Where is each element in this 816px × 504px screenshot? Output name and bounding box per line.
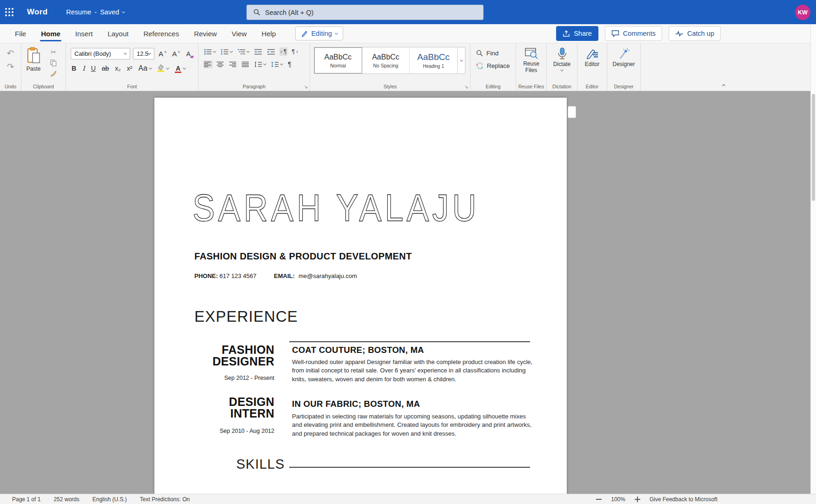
- clear-formatting-button[interactable]: A: [185, 49, 192, 59]
- phone-label: PHONE:: [194, 272, 218, 279]
- bold-button[interactable]: B: [72, 65, 76, 72]
- tab-insert[interactable]: Insert: [68, 25, 100, 42]
- change-case-button[interactable]: Aa: [138, 64, 152, 73]
- dictate-button[interactable]: Dictate: [547, 43, 577, 72]
- collapse-ribbon-button[interactable]: [722, 84, 725, 87]
- subscript-button[interactable]: x₂: [115, 65, 120, 72]
- app-launcher-button[interactable]: [0, 0, 19, 24]
- style-normal[interactable]: AaBbCc Normal: [314, 47, 362, 73]
- style-no-spacing[interactable]: AaBbCc No Spacing: [362, 47, 410, 73]
- document-title-cluster[interactable]: Resume - Saved: [66, 8, 125, 16]
- paste-button[interactable]: Paste: [21, 47, 46, 77]
- grow-font-button[interactable]: A˄: [157, 49, 168, 59]
- microphone-icon: [556, 47, 569, 60]
- comments-button[interactable]: Comments: [605, 26, 662, 41]
- font-name-select[interactable]: Calibri (Body): [71, 48, 130, 60]
- decrease-indent-button[interactable]: [253, 48, 263, 56]
- tab-home[interactable]: Home: [33, 25, 68, 42]
- zoom-in-button[interactable]: [635, 497, 640, 502]
- tab-file[interactable]: File: [7, 25, 33, 42]
- style-heading-1[interactable]: AaBbCc Heading 1: [410, 47, 458, 73]
- editor-button[interactable]: Editor: [577, 43, 607, 68]
- share-label: Share: [574, 30, 592, 37]
- replace-button[interactable]: b c Replace: [476, 62, 516, 69]
- search-input[interactable]: [265, 9, 460, 16]
- copy-button[interactable]: [50, 60, 57, 66]
- strikethrough-button[interactable]: ab: [102, 65, 109, 72]
- vertical-scrollbar[interactable]: [810, 24, 816, 494]
- language-indicator[interactable]: English (U.S.): [93, 496, 127, 503]
- save-status[interactable]: Saved: [100, 8, 119, 16]
- undo-button[interactable]: ↶: [7, 49, 14, 58]
- style-name: No Spacing: [373, 63, 398, 68]
- increase-indent-button[interactable]: [266, 48, 276, 56]
- feedback-link[interactable]: Give Feedback to Microsoft: [650, 496, 717, 503]
- redo-button[interactable]: ↷: [7, 62, 14, 71]
- editor-group: Editor Editor: [577, 43, 607, 91]
- margin-comment-button[interactable]: [568, 106, 576, 118]
- document-canvas[interactable]: SARAH YALAJU FASHION DESIGN & PRODUCT DE…: [0, 91, 816, 494]
- text-highlight-button[interactable]: [158, 65, 169, 72]
- editing-mode-button[interactable]: Editing: [295, 27, 343, 40]
- cut-button[interactable]: ✂: [51, 48, 56, 56]
- scissors-icon: ✂: [51, 48, 56, 56]
- right-to-left-button[interactable]: ¶‹: [291, 47, 299, 56]
- grow-font-glyph: A: [159, 50, 163, 58]
- paragraph-spacing-button[interactable]: [270, 60, 284, 68]
- group-label-undo: Undo: [0, 84, 21, 89]
- editor-pencil-icon: [586, 47, 599, 60]
- tab-help[interactable]: Help: [254, 25, 284, 42]
- job-title-2: DESIGN INTERN: [182, 396, 274, 419]
- numbered-list-button[interactable]: [220, 48, 233, 56]
- scrollbar-thumb[interactable]: [812, 94, 815, 201]
- app-name[interactable]: Word: [27, 7, 47, 17]
- underline-button[interactable]: U: [91, 65, 96, 72]
- job-company-1: COAT COUTURE; BOSTON, MA: [292, 345, 424, 355]
- show-formatting-button[interactable]: ¶: [287, 60, 292, 69]
- zoom-level[interactable]: 100%: [611, 496, 625, 503]
- left-to-right-button[interactable]: ›¶: [279, 47, 287, 56]
- style-preview: AaBbCc: [417, 52, 450, 62]
- designer-button[interactable]: Designer: [607, 43, 640, 68]
- shrink-font-glyph: A: [172, 50, 177, 58]
- share-button[interactable]: Share: [556, 26, 598, 41]
- document-name[interactable]: Resume: [66, 8, 91, 16]
- document-page[interactable]: SARAH YALAJU FASHION DESIGN & PRODUCT DE…: [154, 98, 567, 494]
- svg-text:c: c: [481, 66, 483, 69]
- activity-pulse-icon: [675, 30, 683, 37]
- align-center-button[interactable]: [216, 60, 225, 68]
- job-description-1: Well-rounded outer apparel Designer fami…: [292, 358, 533, 384]
- catch-up-button[interactable]: Catch up: [669, 26, 721, 41]
- font-size-select[interactable]: 12.5: [133, 48, 154, 60]
- align-right-button[interactable]: [228, 60, 238, 68]
- multilevel-list-button[interactable]: [237, 48, 250, 56]
- avatar[interactable]: KW: [795, 5, 810, 20]
- styles-gallery-expand[interactable]: [458, 47, 465, 73]
- superscript-button[interactable]: x²: [127, 65, 133, 72]
- pencil-icon: [301, 30, 308, 37]
- tab-review[interactable]: Review: [186, 25, 224, 42]
- editor-label: Editor: [585, 61, 599, 68]
- svg-text:b: b: [476, 63, 478, 66]
- search-box[interactable]: [246, 5, 484, 20]
- zoom-out-button[interactable]: [596, 497, 602, 502]
- tab-view[interactable]: View: [224, 25, 254, 42]
- word-count[interactable]: 252 words: [53, 496, 79, 503]
- text-predictions-toggle[interactable]: Text Predictions: On: [140, 496, 190, 503]
- align-left-button[interactable]: [203, 60, 212, 68]
- bullet-list-button[interactable]: [203, 48, 217, 56]
- reuse-files-button[interactable]: Reuse Files: [516, 43, 546, 74]
- tab-layout[interactable]: Layout: [100, 25, 136, 42]
- line-spacing-button[interactable]: [253, 60, 267, 68]
- shrink-font-button[interactable]: A˅: [171, 49, 181, 59]
- chevron-down-icon: [230, 49, 233, 53]
- find-button[interactable]: Find: [476, 50, 516, 57]
- justify-button[interactable]: [241, 60, 250, 68]
- font-color-button[interactable]: A: [175, 65, 186, 72]
- increase-indent-icon: [267, 49, 275, 55]
- page-indicator[interactable]: Page 1 of 1: [12, 496, 40, 503]
- italic-button[interactable]: I: [82, 65, 85, 72]
- format-painter-button[interactable]: [50, 70, 57, 77]
- group-label-editor: Editor: [577, 84, 607, 89]
- tab-references[interactable]: References: [136, 25, 186, 42]
